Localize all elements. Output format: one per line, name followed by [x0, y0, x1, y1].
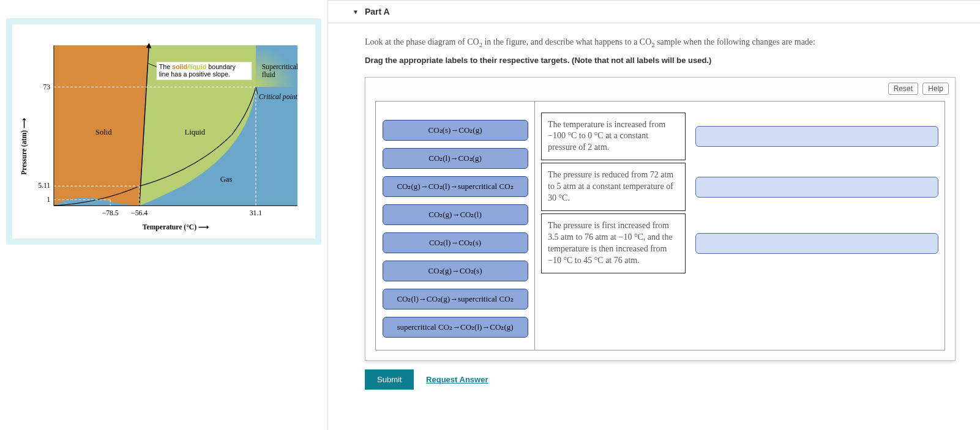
reset-button[interactable]: Reset: [888, 83, 918, 95]
xtick-n56: −56.4: [131, 209, 148, 217]
target-description: The pressure is reduced from 72 atm to 5…: [541, 163, 686, 211]
region-liquid: Liquid: [184, 128, 205, 136]
xtick-31: 31.1: [250, 209, 263, 217]
label-source-bin: CO₂(s)→CO₂(g) CO₂(l)→CO₂(g) CO₂(g)→CO₂(l…: [376, 102, 535, 350]
part-label: Part A: [365, 7, 390, 17]
drag-label[interactable]: CO₂(g)→CO₂(l): [383, 204, 528, 225]
phase-diagram-panel: Solid Liquid Gas Supercriticalfluid Crit…: [0, 0, 327, 430]
question-text: Look at the phase diagram of CO2 in the …: [365, 35, 956, 51]
drag-label[interactable]: CO₂(g)→CO₂(s): [383, 261, 528, 281]
y-axis-label: Pressure (atm) ⟶: [20, 118, 28, 175]
drag-label[interactable]: CO₂(l)→CO₂(g): [383, 148, 528, 169]
drag-label[interactable]: CO₂(s)→CO₂(g): [383, 120, 528, 141]
ytick-73: 73: [43, 83, 50, 91]
critical-point-label: Critical point: [259, 93, 298, 101]
drag-label[interactable]: CO₂(g)→CO₂(l)→supercritical CO₂: [383, 176, 528, 197]
drop-target[interactable]: [695, 233, 938, 254]
submit-button[interactable]: Submit: [365, 369, 414, 390]
drop-target[interactable]: [695, 126, 938, 147]
drag-drop-panel: Reset Help CO₂(s)→CO₂(g) CO₂(l)→CO₂(g) C…: [365, 77, 956, 361]
part-header[interactable]: ▼ Part A: [328, 0, 980, 23]
phase-diagram: Solid Liquid Gas Supercriticalfluid Crit…: [12, 24, 315, 239]
request-answer-link[interactable]: Request Answer: [426, 375, 488, 384]
target-description: The pressure is first increased from 3.5…: [541, 213, 686, 273]
ytick-1: 1: [47, 196, 50, 204]
x-axis-label: Temperature (°C) ⟶: [143, 223, 209, 231]
region-solid: Solid: [95, 128, 112, 136]
xtick-n78: −78.5: [102, 209, 119, 217]
target-area: The temperature is increased from −100 °…: [535, 102, 944, 350]
drag-label[interactable]: supercritical CO₂→CO₂(l)→CO₂(g): [383, 317, 528, 338]
boundary-note: The solid/liquid boundary line has a pos…: [159, 63, 238, 78]
target-description: The temperature is increased from −100 °…: [541, 113, 686, 161]
question-instruction: Drag the appropriate labels to their res…: [365, 56, 956, 65]
phase-diagram-frame: Solid Liquid Gas Supercriticalfluid Crit…: [6, 18, 321, 245]
drop-target[interactable]: [695, 177, 938, 198]
collapse-icon: ▼: [353, 9, 359, 15]
help-button[interactable]: Help: [922, 83, 949, 95]
drag-label[interactable]: CO₂(l)→CO₂(g)→supercritical CO₂: [383, 289, 528, 310]
drag-label[interactable]: CO₂(l)→CO₂(s): [383, 232, 528, 253]
ytick-5: 5.11: [38, 182, 50, 190]
region-gas: Gas: [220, 176, 233, 184]
